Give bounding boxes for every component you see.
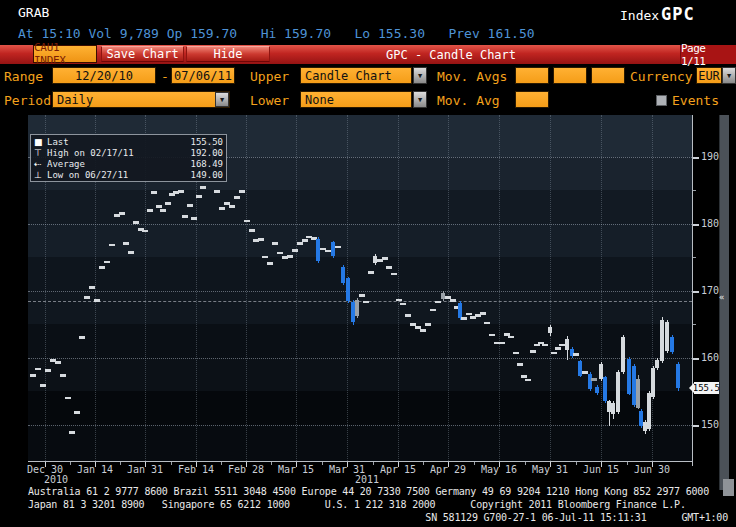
x-axis-label: Jun 30 [634, 464, 670, 475]
candle [191, 217, 197, 220]
candle [588, 374, 592, 389]
x-axis-label: Jun 15 [583, 464, 619, 475]
candle [489, 334, 495, 337]
y-axis-minor-tick [693, 324, 696, 325]
candle [591, 378, 597, 381]
candle [521, 375, 527, 378]
candle [69, 431, 75, 434]
candle [425, 323, 431, 326]
candle [466, 313, 472, 316]
x-axis-minor-tick [474, 462, 475, 465]
y-axis-tick [693, 224, 699, 226]
candle [517, 363, 523, 366]
legend-label: Low on 06/27/11 [47, 170, 190, 180]
candle [359, 294, 365, 297]
gridline-vertical [499, 115, 500, 461]
legend-value: 192.00 [190, 148, 223, 158]
candle [670, 337, 674, 352]
legend-row: ⊤High on 02/17/11192.00 [34, 147, 223, 158]
candle [435, 301, 441, 304]
candle [60, 374, 66, 377]
candle [187, 204, 193, 207]
y-axis-label: 160 [701, 352, 719, 363]
candle [55, 361, 61, 364]
x-axis-label: Mar 15 [278, 464, 314, 475]
gridline-vertical [246, 115, 247, 461]
candle [621, 337, 625, 372]
scrollbar-collapse-icon[interactable]: « [719, 292, 724, 302]
candle [458, 303, 462, 318]
gridline-horizontal [28, 224, 692, 225]
x-axis-label: Jan 31 [127, 464, 163, 475]
candle [647, 393, 651, 430]
candle [249, 229, 255, 232]
candle [665, 322, 669, 351]
y-axis-label: 170 [701, 285, 719, 296]
square-marker-icon: ■ [34, 137, 47, 147]
candle [151, 191, 157, 194]
gridline-vertical [398, 115, 399, 461]
y-axis-minor-tick [693, 257, 696, 258]
candle [292, 249, 298, 252]
legend-value: 155.50 [190, 137, 223, 147]
candle [239, 190, 245, 193]
x-axis-minor-tick [627, 462, 628, 465]
legend-value: 168.49 [190, 159, 223, 169]
candle [331, 242, 335, 255]
candle [30, 374, 36, 377]
high-marker-icon: ⊤ [34, 148, 47, 158]
y-axis-label: 150 [701, 419, 719, 430]
currency-select-arrow-icon[interactable]: ▼ [722, 67, 736, 84]
x-axis-label: Feb 28 [228, 464, 264, 475]
x-axis-label: May 16 [481, 464, 517, 475]
y-axis-label: 190 [701, 151, 719, 162]
chart-band [28, 190, 692, 224]
candle [277, 252, 283, 255]
candle [595, 387, 599, 393]
candle [450, 299, 456, 302]
candle [430, 309, 436, 312]
currency-select[interactable]: EUR [696, 67, 722, 84]
candle [368, 271, 374, 274]
candle [89, 286, 95, 289]
candle [267, 262, 273, 265]
candle [65, 397, 71, 400]
y-axis-label: 180 [701, 218, 719, 229]
chart-band [28, 358, 692, 392]
candle [382, 257, 388, 260]
gridline-horizontal [28, 358, 692, 359]
gridline-horizontal [28, 425, 692, 426]
chart-band [28, 391, 692, 425]
legend-label: Average [47, 159, 190, 169]
candle [142, 230, 148, 233]
candle [297, 242, 303, 245]
x-axis-year-label: 2010 [44, 474, 68, 485]
x-axis-minor-tick [423, 462, 424, 465]
candle [147, 209, 153, 212]
candle [258, 238, 264, 241]
candle [200, 186, 206, 189]
average-line [28, 301, 692, 302]
candle [508, 336, 514, 339]
candle [480, 312, 486, 315]
candle [214, 190, 220, 193]
chart-scrollbar[interactable] [719, 115, 729, 490]
terminal-screen: GRAB Index GPC At 15:10 Vol 9,789 Op 159… [0, 0, 736, 527]
candle [272, 242, 278, 245]
x-axis-minor-tick [373, 462, 374, 465]
candle [119, 212, 125, 215]
candle [165, 202, 171, 205]
gridline-vertical [652, 115, 653, 461]
candle [182, 215, 188, 218]
legend-row: ■Last155.50 [34, 136, 223, 147]
candle [573, 353, 579, 356]
candle [74, 411, 80, 414]
candle-chart: 150160170180190Dec 30Jan 14Jan 31Feb 14F… [0, 0, 736, 527]
candle [627, 359, 631, 394]
chart-band [28, 425, 692, 461]
candle [603, 377, 607, 401]
x-axis-minor-tick [120, 462, 121, 465]
candle [484, 322, 490, 325]
candle [128, 251, 134, 254]
candle [676, 364, 680, 387]
